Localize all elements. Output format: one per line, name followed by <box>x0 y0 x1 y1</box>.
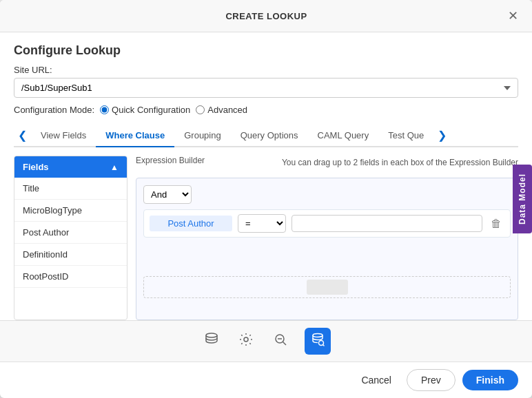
fields-label: Fields <box>23 162 49 172</box>
settings-icon-button[interactable] <box>236 329 256 353</box>
quick-config-option[interactable]: Quick Configuration <box>100 105 190 115</box>
content-area: Fields ▲ Title MicroBlogType Post Author… <box>14 156 518 320</box>
expression-box: And Or Post Author = != < > Contains <box>136 178 518 320</box>
advanced-radio[interactable] <box>196 105 205 114</box>
svg-line-4 <box>283 342 287 346</box>
create-lookup-dialog: CREATE LOOKUP ✕ Configure Lookup Site UR… <box>0 0 532 398</box>
config-mode-row: Configuration Mode: Quick Configuration … <box>14 105 518 115</box>
expression-builder-label: Expression Builder <box>136 156 205 165</box>
svg-line-7 <box>323 345 325 346</box>
config-mode-label: Configuration Mode: <box>14 105 94 115</box>
data-model-label: Data Model <box>513 165 532 233</box>
field-tag: Post Author <box>150 216 232 231</box>
expression-hint: You can drag up to 2 fields in each box … <box>282 158 518 167</box>
and-select[interactable]: And Or <box>143 185 192 204</box>
dialog-title: CREATE LOOKUP <box>28 11 505 21</box>
tab-next-button[interactable]: ❯ <box>433 126 451 145</box>
left-panel-items: Title MicroBlogType Post Author Definiti… <box>14 178 127 320</box>
prev-button[interactable]: Prev <box>407 369 456 391</box>
data-model-tab[interactable]: Data Model <box>513 165 532 233</box>
lookup-config-icon-button[interactable] <box>305 328 331 355</box>
left-panel: Fields ▲ Title MicroBlogType Post Author… <box>14 156 127 320</box>
list-item[interactable]: Post Author <box>14 222 127 244</box>
dialog-header: CREATE LOOKUP ✕ <box>0 0 532 32</box>
value-input[interactable] <box>291 215 482 232</box>
list-item[interactable]: Title <box>14 178 127 200</box>
configure-heading: Configure Lookup <box>14 43 518 58</box>
list-item[interactable]: MicroBlogType <box>14 200 127 222</box>
svg-point-6 <box>319 341 324 346</box>
tabs-container: ❮ View Fields Where Clause Grouping Quer… <box>14 125 518 147</box>
finish-button[interactable]: Finish <box>462 370 518 390</box>
field-row: Post Author = != < > Contains 🗑 <box>143 209 511 238</box>
svg-point-5 <box>313 334 323 337</box>
svg-point-1 <box>244 337 248 342</box>
quick-config-label: Quick Configuration <box>112 105 190 115</box>
tab-grouping[interactable]: Grouping <box>174 125 230 147</box>
list-item[interactable]: RootPostID <box>14 266 127 288</box>
quick-config-radio[interactable] <box>100 105 109 114</box>
zoom-out-icon-button[interactable] <box>270 329 291 353</box>
close-button[interactable]: ✕ <box>505 8 521 23</box>
database-icon-button[interactable] <box>201 329 222 353</box>
cancel-button[interactable]: Cancel <box>353 370 400 390</box>
left-panel-header[interactable]: Fields ▲ <box>14 156 127 178</box>
tab-test-que[interactable]: Test Que <box>378 125 433 147</box>
bottom-toolbar <box>0 320 532 362</box>
footer: Cancel Prev Finish <box>0 362 532 398</box>
site-url-label: Site URL: <box>14 65 518 75</box>
tab-query-options[interactable]: Query Options <box>231 125 308 147</box>
add-row-box <box>143 276 511 298</box>
operator-select[interactable]: = != < > Contains <box>238 214 286 233</box>
dialog-body: Configure Lookup Site URL: /Sub1/SuperSu… <box>0 32 532 320</box>
tab-prev-button[interactable]: ❮ <box>14 126 31 145</box>
delete-row-button[interactable]: 🗑 <box>488 216 504 231</box>
add-row-inner <box>307 280 348 295</box>
advanced-option[interactable]: Advanced <box>196 105 247 115</box>
chevron-up-icon: ▲ <box>110 163 119 172</box>
advanced-label: Advanced <box>207 105 247 115</box>
site-url-select[interactable]: /Sub1/SuperSub1 <box>14 78 518 98</box>
tab-caml-query[interactable]: CAML Query <box>308 125 379 147</box>
tab-view-fields[interactable]: View Fields <box>31 125 96 147</box>
list-item[interactable]: DefinitionId <box>14 244 127 266</box>
tab-where-clause[interactable]: Where Clause <box>96 125 174 147</box>
svg-point-0 <box>206 333 217 337</box>
right-panel: Expression Builder You can drag up to 2 … <box>136 156 518 320</box>
